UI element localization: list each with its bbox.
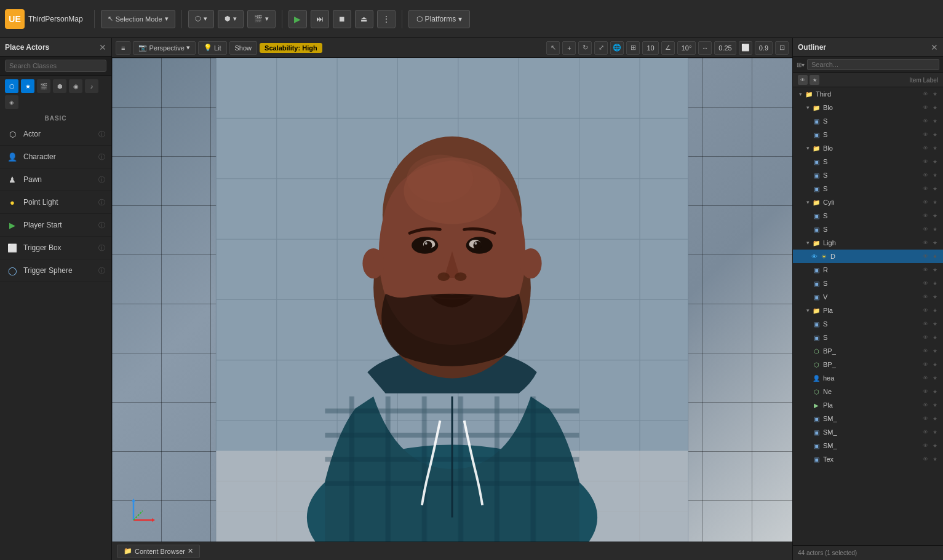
options-button[interactable]: ⋮ [377, 10, 396, 28]
grid-icon-btn[interactable]: ⊞ [626, 41, 640, 55]
visibility-icon: 👁 [921, 90, 929, 98]
tree-item-s3[interactable]: ▣ S 👁★ [793, 155, 943, 168]
perspective-button[interactable]: 📷 Perspective ▾ [133, 41, 195, 55]
actor-icon-trigger-sphere: ◯ [6, 264, 18, 277]
lock-col-icon[interactable]: ★ [810, 75, 819, 85]
actor-item-actor[interactable]: ⬡ Actor ⓘ [0, 123, 111, 146]
angle-size-btn[interactable]: 10° [677, 41, 696, 55]
tree-item-cyli[interactable]: ▾ 📁 Cyli 👁★ [793, 195, 943, 209]
tree-tex[interactable]: ▣ Tex 👁★ [793, 452, 943, 466]
scalability-badge[interactable]: Scalability: High [260, 43, 322, 53]
geometry-icon: ⬡ [195, 15, 201, 23]
actor-item-player-start[interactable]: ▶ Player Start ⓘ [0, 214, 111, 237]
lock-icon-2: ★ [931, 103, 939, 112]
expand-arrow-pla: ▾ [804, 307, 811, 314]
tree-ne[interactable]: ⬡ Ne 👁★ [793, 385, 943, 398]
tree-item-s1[interactable]: ▣ S 👁★ [793, 114, 943, 128]
camera-value-btn[interactable]: 0.9 [755, 41, 773, 55]
geometry-mode-button[interactable]: ⬡ ▾ [188, 10, 214, 28]
tree-item-ligh[interactable]: ▾ 📁 Ligh 👁★ [793, 236, 943, 250]
tree-item-d-selected[interactable]: 👁 ☀ D 👁★ [793, 250, 943, 263]
camera-icon-btn[interactable]: ⬜ [739, 41, 752, 55]
content-browser-tab[interactable]: 📁 Content Browser ✕ [117, 545, 200, 558]
filter-mesh-icon[interactable]: ⬢ [53, 79, 66, 93]
outliner-title: Outliner [798, 43, 826, 52]
lit-icon: 💡 [204, 44, 212, 52]
tree-sm2[interactable]: ▣ SM_ 👁★ [793, 425, 943, 439]
platforms-button[interactable]: ⬡ Platforms ▾ [408, 10, 471, 28]
actor-icon-actor: ⬡ [6, 128, 18, 140]
svg-rect-34 [349, 396, 354, 542]
viewport-canvas[interactable] [112, 58, 792, 542]
filter-all-icon[interactable]: ⬡ [5, 79, 18, 93]
scale-mode-icon-btn[interactable]: ↔ [698, 41, 712, 55]
lit-button[interactable]: 💡 Lit [198, 41, 227, 55]
scale-icon-btn[interactable]: ⤢ [594, 41, 608, 55]
scale-value-btn[interactable]: 0.25 [714, 41, 736, 55]
stop-button[interactable]: ⏹ [333, 10, 351, 28]
tree-item-cyli-s2[interactable]: ▣ S 👁★ [793, 223, 943, 236]
panel-close-button[interactable]: ✕ [99, 42, 106, 52]
content-browser-close[interactable]: ✕ [188, 547, 193, 555]
tree-item-pla[interactable]: ▾ 📁 Pla 👁★ [793, 304, 943, 317]
tree-item-s6[interactable]: ▣ S 👁★ [793, 277, 943, 290]
world-icon-btn[interactable]: 🌐 [610, 41, 624, 55]
layout-icon-btn[interactable]: ⊡ [775, 41, 789, 55]
eject-button[interactable]: ⏏ [355, 10, 373, 28]
app-title: ThirdPersonMap [28, 15, 83, 23]
actor-label-pawn: Pawn [23, 175, 94, 184]
filter-light-icon[interactable]: ◉ [69, 79, 82, 93]
actor-item-character[interactable]: 👤 Character ⓘ [0, 146, 111, 168]
separator-2 [181, 10, 182, 28]
tree-hea[interactable]: 👤 hea 👁★ [793, 371, 943, 385]
actor-item-trigger-box[interactable]: ⬜ Trigger Box ⓘ [0, 237, 111, 259]
filter-visual-icon[interactable]: ◈ [5, 95, 18, 109]
tree-item-r[interactable]: ▣ R 👁★ [793, 263, 943, 277]
lock-s1: ★ [931, 117, 939, 125]
tree-item-s1-label: S [823, 117, 921, 125]
selection-mode-button[interactable]: ↖ Selection Mode ▾ [101, 10, 175, 28]
tree-pla-s1[interactable]: ▣ S 👁★ [793, 317, 943, 331]
tree-item-blo-1[interactable]: ▾ 📁 Blo 👁★ [793, 101, 943, 114]
filter-star-icon[interactable]: ★ [21, 79, 34, 93]
tree-item-s2[interactable]: ▣ S 👁★ [793, 128, 943, 141]
filter-sound-icon[interactable]: ♪ [85, 79, 98, 93]
tree-bp1[interactable]: ⬡ BP_ 👁★ [793, 344, 943, 358]
sequence-button[interactable]: 🎬 ▾ [247, 10, 276, 28]
sculpt-mode-button[interactable]: ⬢ ▾ [218, 10, 244, 28]
tree-item-s4[interactable]: ▣ S 👁★ [793, 168, 943, 182]
actor-item-trigger-sphere[interactable]: ◯ Trigger Sphere ⓘ [0, 259, 111, 282]
tree-bp2[interactable]: ⬡ BP_ 👁★ [793, 358, 943, 371]
angle-icon-btn[interactable]: ∠ [661, 41, 675, 55]
viewport-menu-button[interactable]: ≡ [116, 41, 130, 55]
chevron-icon: ▾ [165, 15, 169, 23]
select-mode-icon-btn[interactable]: ↖ [546, 41, 560, 55]
tree-item-cyli-s1[interactable]: ▣ S 👁★ [793, 209, 943, 223]
tree-pla-s2[interactable]: ▣ S 👁★ [793, 331, 943, 344]
tree-item-v[interactable]: ▣ V 👁★ [793, 290, 943, 304]
outliner-search-input[interactable] [807, 59, 939, 70]
rotate-icon-btn[interactable]: ↻ [578, 41, 592, 55]
translate-icon-btn[interactable]: + [562, 41, 576, 55]
actor-icon-player-start: ▶ [6, 219, 18, 231]
basic-section-label: BASIC [0, 112, 111, 123]
tree-item-blo-2[interactable]: ▾ 📁 Blo 👁★ [793, 141, 943, 155]
grid-size-btn[interactable]: 10 [642, 41, 658, 55]
tree-sm3[interactable]: ▣ SM_ 👁★ [793, 439, 943, 452]
visibility-col-icon[interactable]: 👁 [798, 75, 808, 85]
play-button[interactable]: ▶ [288, 10, 307, 28]
folder-icon-ligh: 📁 [811, 238, 821, 248]
tree-pla2[interactable]: ▶ Pla 👁★ [793, 398, 943, 412]
actor-item-point-light[interactable]: ● Point Light ⓘ [0, 191, 111, 214]
tree-sm1[interactable]: ▣ SM_ 👁★ [793, 412, 943, 425]
filter-camera-icon[interactable]: 🎬 [37, 79, 50, 93]
tree-item-third[interactable]: ▾ 📁 Third 👁★ [793, 87, 943, 101]
outliner-close-button[interactable]: ✕ [931, 42, 938, 52]
search-input[interactable] [5, 60, 106, 72]
actor-item-pawn[interactable]: ♟ Pawn ⓘ [0, 168, 111, 191]
sequence-icon: 🎬 [254, 15, 263, 23]
tree-item-s5[interactable]: ▣ S 👁★ [793, 182, 943, 195]
step-play-button[interactable]: ⏭ [311, 10, 329, 28]
show-button[interactable]: Show [229, 41, 258, 55]
lock-icon: ★ [931, 90, 939, 98]
